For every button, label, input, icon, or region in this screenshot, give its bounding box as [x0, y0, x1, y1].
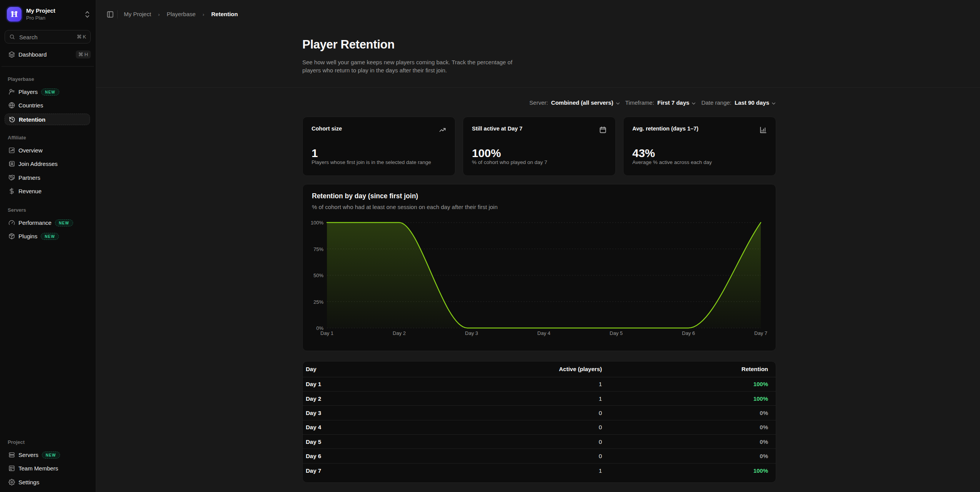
svg-text:Day 1: Day 1 [320, 330, 333, 336]
svg-text:100%: 100% [311, 220, 324, 226]
svg-text:25%: 25% [313, 299, 323, 305]
svg-text:Day 5: Day 5 [610, 330, 623, 336]
svg-text:Day 7: Day 7 [754, 330, 767, 336]
svg-text:Day 2: Day 2 [393, 330, 406, 336]
svg-text:Day 3: Day 3 [465, 330, 478, 336]
svg-text:50%: 50% [313, 273, 323, 278]
svg-text:Day 4: Day 4 [537, 330, 550, 336]
svg-text:75%: 75% [313, 246, 323, 252]
svg-text:Day 6: Day 6 [682, 330, 695, 336]
